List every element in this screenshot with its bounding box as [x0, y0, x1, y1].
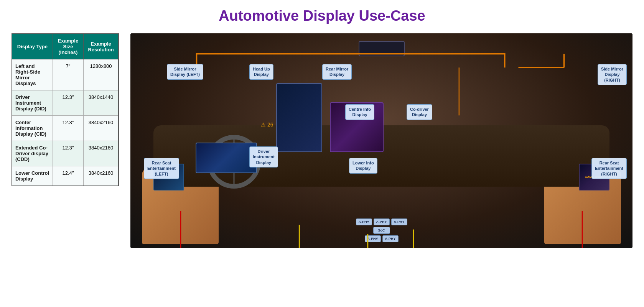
label-driver-instrument: DriverInstrumentDisplay	[249, 146, 278, 167]
aphy-row-2: A-PHY A-PHY	[364, 235, 398, 242]
aphy-box-5: A-PHY	[382, 235, 398, 242]
table-section: Display Type Example Size (Inches) Examp…	[12, 33, 119, 186]
table-cell-resolution: 3840x2160	[84, 141, 119, 166]
did-screen-visual	[196, 143, 257, 173]
col-header-resolution: Example Resolution	[84, 34, 119, 59]
hud-warning-icon: ⚠ 26	[261, 121, 273, 128]
table-cell-type: Lower Control Display	[12, 166, 53, 186]
display-type-table: Display Type Example Size (Inches) Examp…	[12, 33, 119, 186]
aphy-box-1: A-PHY	[356, 218, 372, 225]
rear-mirror-visual	[359, 41, 405, 56]
aphy-box-4: A-PHY	[364, 235, 380, 242]
label-centre-info: Centre InfoDisplay	[345, 104, 374, 120]
main-content: Display Type Example Size (Inches) Examp…	[12, 33, 632, 248]
table-cell-size: 12.3″	[53, 141, 83, 166]
car-interior: GAME OVER ⚠ 26 A-PHY A-PHY A-PHY SoC A-P…	[130, 33, 632, 248]
aphy-soc-row: SoC	[373, 227, 390, 234]
page-title: Automotive Display Use-Case	[219, 8, 425, 24]
aphy-box-3: A-PHY	[391, 218, 407, 225]
col-header-size: Example Size (Inches)	[53, 34, 83, 59]
table-cell-type: Center Information Display (CID)	[12, 116, 53, 141]
label-rear-mirror: Rear MirrorDisplay	[322, 64, 352, 80]
label-side-mirror-right: Side MirrorDisplay(RIGHT)	[598, 64, 627, 85]
table-row: Left and Right-Side Mirror Displays7″128…	[12, 59, 119, 90]
diagram-section: GAME OVER ⚠ 26 A-PHY A-PHY A-PHY SoC A-P…	[130, 33, 632, 248]
table-cell-resolution: 3840x2160	[84, 166, 119, 186]
table-cell-size: 12.3″	[53, 116, 83, 141]
table-cell-type: Extended Co-Driver display (CDD)	[12, 141, 53, 166]
table-cell-resolution: 3840x1440	[84, 90, 119, 116]
label-side-mirror-left: Side MirrorDisplay (LEFT)	[167, 64, 203, 80]
label-co-driver: Co-driverDisplay	[407, 104, 432, 120]
aphy-row-1: A-PHY A-PHY A-PHY	[356, 218, 407, 225]
table-row: Lower Control Display12.4″3840x2160	[12, 166, 119, 186]
table-cell-size: 12.4″	[53, 166, 83, 186]
table-row: Driver Instrument Display (DID)12.3″3840…	[12, 90, 119, 116]
label-rear-seat-left: Rear SeatEntertainment(LEFT)	[144, 158, 179, 179]
cid-screen-visual	[276, 83, 322, 152]
label-lower-info: Lower InfoDisplay	[349, 158, 377, 174]
aphy-box-2: A-PHY	[373, 218, 389, 225]
soc-box: SoC	[373, 227, 390, 234]
table-cell-resolution: 1280x800	[84, 59, 119, 90]
table-cell-type: Driver Instrument Display (DID)	[12, 90, 53, 116]
table-cell-resolution: 3840x2160	[84, 116, 119, 141]
table-row: Center Information Display (CID)12.3″384…	[12, 116, 119, 141]
col-header-type: Display Type	[12, 34, 53, 59]
table-row: Extended Co-Driver display (CDD)12.3″384…	[12, 141, 119, 166]
table-cell-size: 7″	[53, 59, 83, 90]
table-cell-type: Left and Right-Side Mirror Displays	[12, 59, 53, 90]
label-head-up: Head UpDisplay	[249, 64, 273, 80]
label-rear-seat-right: Rear SeatEntertainment(RIGHT)	[591, 158, 627, 179]
table-cell-size: 12.3″	[53, 90, 83, 116]
aphy-container: A-PHY A-PHY A-PHY SoC A-PHY A-PHY	[356, 218, 407, 242]
